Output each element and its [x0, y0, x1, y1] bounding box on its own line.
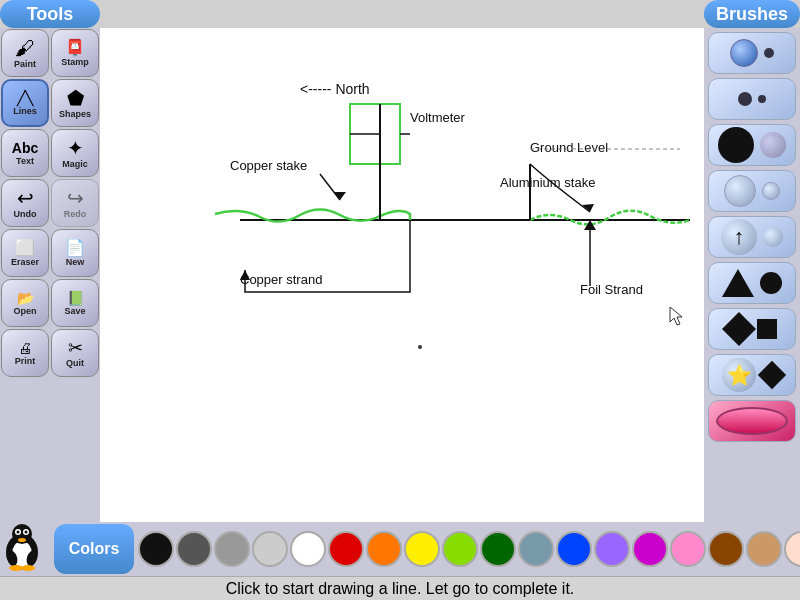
- penguin-mascot: [0, 524, 50, 574]
- brush-7[interactable]: [708, 308, 796, 350]
- quit-icon: ✂: [68, 339, 83, 357]
- color-swatch-6[interactable]: [366, 531, 402, 567]
- undo-label: Undo: [14, 209, 37, 219]
- brushes-title: Brushes: [716, 4, 788, 25]
- brush-9[interactable]: [708, 400, 796, 442]
- color-swatch-13[interactable]: [632, 531, 668, 567]
- bottom-container: Colors Click to start drawing a line. Le…: [0, 522, 800, 600]
- open-icon: 📂: [17, 291, 34, 305]
- shapes-icon: ⬟: [67, 88, 84, 108]
- color-swatch-8[interactable]: [442, 531, 478, 567]
- color-swatch-7[interactable]: [404, 531, 440, 567]
- eraser-label: Eraser: [11, 257, 39, 267]
- svg-marker-19: [670, 307, 682, 325]
- svg-point-20: [418, 345, 422, 349]
- tool-shapes[interactable]: ⬟ Shapes: [51, 79, 99, 127]
- tool-magic[interactable]: ✦ Magic: [51, 129, 99, 177]
- stamp-icon: 📮: [65, 40, 85, 56]
- status-message: Click to start drawing a line. Let go to…: [226, 580, 575, 598]
- svg-point-32: [21, 565, 35, 571]
- lines-icon: ╱╲: [17, 91, 33, 105]
- svg-point-28: [18, 538, 26, 542]
- tools-header: Tools: [0, 0, 100, 28]
- color-swatch-2[interactable]: [214, 531, 250, 567]
- save-icon: 📗: [67, 291, 84, 305]
- color-swatch-10[interactable]: [518, 531, 554, 567]
- text-label: Text: [16, 156, 34, 166]
- svg-marker-7: [334, 192, 346, 200]
- status-row: Click to start drawing a line. Let go to…: [0, 576, 800, 600]
- tool-eraser[interactable]: ⬜ Eraser: [1, 229, 49, 277]
- canvas-area[interactable]: <----- North Voltmeter Ground Level Copp…: [100, 28, 704, 540]
- shapes-label: Shapes: [59, 109, 91, 119]
- color-row: Colors: [0, 522, 800, 576]
- print-label: Print: [15, 356, 36, 366]
- color-swatch-11[interactable]: [556, 531, 592, 567]
- brush-4[interactable]: [708, 170, 796, 212]
- color-swatch-17[interactable]: [784, 531, 800, 567]
- tool-redo[interactable]: ↪ Redo: [51, 179, 99, 227]
- color-swatch-0[interactable]: [138, 531, 174, 567]
- paint-icon: 🖌: [15, 38, 35, 58]
- svg-text:Aluminium stake: Aluminium stake: [500, 175, 595, 190]
- new-icon: 📄: [65, 240, 85, 256]
- tool-quit[interactable]: ✂ Quit: [51, 329, 99, 377]
- print-icon: 🖨: [18, 341, 32, 355]
- color-swatch-4[interactable]: [290, 531, 326, 567]
- svg-point-26: [17, 531, 20, 534]
- redo-icon: ↪: [67, 188, 84, 208]
- color-swatch-16[interactable]: [746, 531, 782, 567]
- tools-title: Tools: [27, 4, 74, 25]
- svg-point-27: [25, 531, 28, 534]
- color-swatches: [138, 531, 800, 567]
- magic-icon: ✦: [67, 138, 84, 158]
- brush-2[interactable]: [708, 78, 796, 120]
- color-swatch-14[interactable]: [670, 531, 706, 567]
- svg-point-31: [9, 565, 23, 571]
- svg-text:<----- North: <----- North: [300, 81, 370, 97]
- brushes-panel: ↑ ⭐: [704, 28, 800, 540]
- color-swatch-1[interactable]: [176, 531, 212, 567]
- tool-new[interactable]: 📄 New: [51, 229, 99, 277]
- lines-label: Lines: [13, 106, 37, 116]
- left-toolbar: 🖌 Paint 📮 Stamp ╱╲ Lines ⬟ Shapes Abc Te…: [0, 28, 100, 540]
- color-swatch-12[interactable]: [594, 531, 630, 567]
- svg-text:Voltmeter: Voltmeter: [410, 110, 466, 125]
- brush-1[interactable]: [708, 32, 796, 74]
- svg-text:Ground Level: Ground Level: [530, 140, 608, 155]
- svg-line-6: [320, 174, 340, 200]
- brush-3[interactable]: [708, 124, 796, 166]
- tool-save[interactable]: 📗 Save: [51, 279, 99, 327]
- svg-text:Copper stake: Copper stake: [230, 158, 307, 173]
- tool-print[interactable]: 🖨 Print: [1, 329, 49, 377]
- tool-text[interactable]: Abc Text: [1, 129, 49, 177]
- magic-label: Magic: [62, 159, 88, 169]
- stamp-label: Stamp: [61, 57, 89, 67]
- color-swatch-15[interactable]: [708, 531, 744, 567]
- brush-8[interactable]: ⭐: [708, 354, 796, 396]
- color-swatch-3[interactable]: [252, 531, 288, 567]
- undo-icon: ↩: [17, 188, 34, 208]
- color-swatch-9[interactable]: [480, 531, 516, 567]
- colors-label: Colors: [54, 524, 134, 574]
- open-label: Open: [13, 306, 36, 316]
- save-label: Save: [64, 306, 85, 316]
- tool-paint[interactable]: 🖌 Paint: [1, 29, 49, 77]
- tool-stamp[interactable]: 📮 Stamp: [51, 29, 99, 77]
- paint-label: Paint: [14, 59, 36, 69]
- color-swatch-5[interactable]: [328, 531, 364, 567]
- redo-label: Redo: [64, 209, 87, 219]
- quit-label: Quit: [66, 358, 84, 368]
- tool-undo[interactable]: ↩ Undo: [1, 179, 49, 227]
- svg-text:Copper strand: Copper strand: [240, 272, 322, 287]
- brushes-header: Brushes: [704, 0, 800, 28]
- new-label: New: [66, 257, 85, 267]
- brush-5[interactable]: ↑: [708, 216, 796, 258]
- text-icon: Abc: [12, 141, 38, 155]
- tool-open[interactable]: 📂 Open: [1, 279, 49, 327]
- tool-lines[interactable]: ╱╲ Lines: [1, 79, 49, 127]
- eraser-icon: ⬜: [15, 240, 35, 256]
- brush-6[interactable]: [708, 262, 796, 304]
